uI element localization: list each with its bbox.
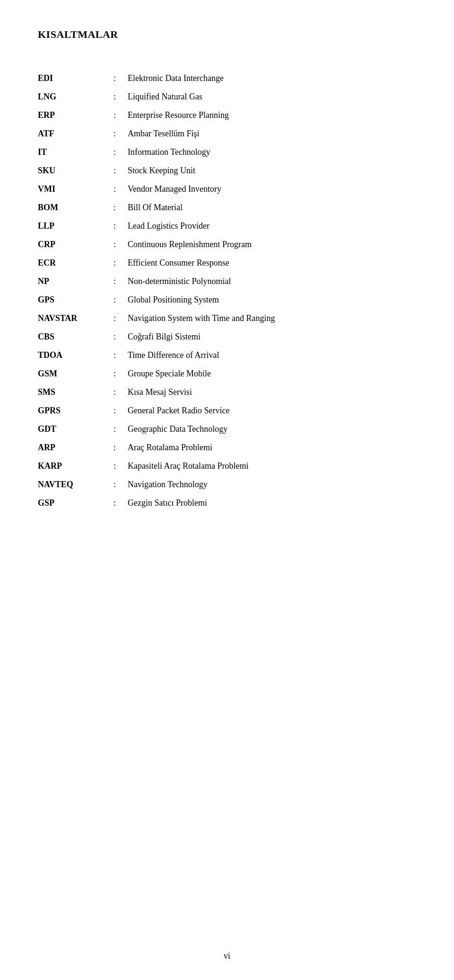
abbreviation-term: ERP [38,106,114,125]
abbreviation-term: ATF [38,125,114,143]
abbreviation-row: NP:Non-deterministic Polynomial [38,272,416,291]
abbreviation-row: BOM:Bill Of Material [38,198,416,217]
abbreviation-row: IT:Information Technology [38,143,416,161]
abbreviation-colon: : [114,309,128,328]
abbreviation-definition: Navigation Technology [128,475,416,494]
abbreviation-definition: Kapasiteli Araç Rotalama Problemi [128,457,416,475]
abbreviation-colon: : [114,254,128,272]
abbreviation-definition: Geographic Data Technology [128,420,416,438]
abbreviation-colon: : [114,198,128,217]
abbreviation-definition: Efficient Consumer Response [128,254,416,272]
abbreviation-definition: General Packet Radio Service [128,401,416,420]
abbreviation-definition: Kısa Mesaj Servisi [128,383,416,401]
abbreviation-term: KARP [38,457,114,475]
abbreviation-colon: : [114,383,128,401]
abbreviation-colon: : [114,291,128,309]
abbreviation-definition: Bill Of Material [128,198,416,217]
abbreviation-definition: Non-deterministic Polynomial [128,272,416,291]
abbreviation-row: CRP:Continuous Replenishment Program [38,235,416,254]
abbreviation-row: ECR:Efficient Consumer Response [38,254,416,272]
abbreviation-row: GSP:Gezgin Satıcı Problemi [38,494,416,512]
abbreviation-colon: : [114,217,128,235]
abbreviation-definition: Navigation System with Time and Ranging [128,309,416,328]
abbreviation-definition: Groupe Speciale Mobile [128,365,416,383]
abbreviation-colon: : [114,401,128,420]
abbreviation-term: GPS [38,291,114,309]
abbreviation-row: SMS:Kısa Mesaj Servisi [38,383,416,401]
abbreviation-colon: : [114,235,128,254]
abbreviation-definition: Global Positioning System [128,291,416,309]
abbreviation-term: GPRS [38,401,114,420]
abbreviation-term: ARP [38,438,114,457]
abbreviation-row: GSM:Groupe Speciale Mobile [38,365,416,383]
abbreviation-row: TDOA:Time Difference of Arrival [38,346,416,365]
abbreviation-colon: : [114,106,128,125]
abbreviation-term: EDI [38,69,114,88]
abbreviation-definition: Lead Logistics Provider [128,217,416,235]
abbreviation-term: CBS [38,328,114,346]
abbreviation-row: LNG:Liquified Natural Gas [38,88,416,106]
abbreviation-colon: : [114,328,128,346]
abbreviation-row: SKU:Stock Keeping Unit [38,161,416,180]
abbreviation-term: CRP [38,235,114,254]
abbreviation-colon: : [114,88,128,106]
abbreviation-colon: : [114,365,128,383]
abbreviation-colon: : [114,346,128,365]
abbreviation-colon: : [114,143,128,161]
abbreviation-row: NAVTEQ:Navigation Technology [38,475,416,494]
abbreviation-colon: : [114,420,128,438]
abbreviation-term: SKU [38,161,114,180]
abbreviation-term: NAVSTAR [38,309,114,328]
abbreviation-definition: Continuous Replenishment Program [128,235,416,254]
abbreviation-term: ECR [38,254,114,272]
abbreviation-definition: Gezgin Satıcı Problemi [128,494,416,512]
abbreviation-term: IT [38,143,114,161]
abbreviation-colon: : [114,494,128,512]
page-container: KISALTMALAR EDI:Elektronic Data Intercha… [0,0,454,980]
abbreviation-definition: Coğrafi Bilgi Sistemi [128,328,416,346]
abbreviation-term: NAVTEQ [38,475,114,494]
page-footer: vi [0,951,454,961]
abbreviation-term: TDOA [38,346,114,365]
abbreviation-colon: : [114,475,128,494]
abbreviation-colon: : [114,457,128,475]
abbreviation-definition: Information Technology [128,143,416,161]
abbreviation-colon: : [114,180,128,198]
abbreviation-definition: Ambar Tesellüm Fişi [128,125,416,143]
abbreviation-definition: Elektronic Data Interchange [128,69,416,88]
abbreviation-definition: Stock Keeping Unit [128,161,416,180]
abbreviation-row: VMI:Vendor Managed Inventory [38,180,416,198]
abbreviation-term: GSM [38,365,114,383]
abbreviation-row: EDI:Elektronic Data Interchange [38,69,416,88]
abbreviation-row: GPRS:General Packet Radio Service [38,401,416,420]
abbreviation-definition: Liquified Natural Gas [128,88,416,106]
abbreviation-colon: : [114,272,128,291]
abbreviation-row: KARP:Kapasiteli Araç Rotalama Problemi [38,457,416,475]
abbreviation-row: GDT:Geographic Data Technology [38,420,416,438]
abbreviation-term: LNG [38,88,114,106]
abbreviation-definition: Time Difference of Arrival [128,346,416,365]
abbreviation-term: GDT [38,420,114,438]
abbreviation-row: LLP:Lead Logistics Provider [38,217,416,235]
abbreviation-colon: : [114,125,128,143]
abbreviation-term: SMS [38,383,114,401]
abbreviation-colon: : [114,161,128,180]
abbreviation-term: GSP [38,494,114,512]
page-title: KISALTMALAR [38,28,416,41]
abbreviation-definition: Vendor Managed Inventory [128,180,416,198]
abbreviation-row: GPS:Global Positioning System [38,291,416,309]
abbreviation-row: ARP:Araç Rotalama Problemi [38,438,416,457]
abbreviation-row: ERP:Enterprise Resource Planning [38,106,416,125]
abbreviation-colon: : [114,438,128,457]
abbreviation-colon: : [114,69,128,88]
abbreviation-term: NP [38,272,114,291]
abbreviation-row: CBS:Coğrafi Bilgi Sistemi [38,328,416,346]
abbreviation-definition: Enterprise Resource Planning [128,106,416,125]
abbreviation-term: BOM [38,198,114,217]
abbreviation-row: NAVSTAR:Navigation System with Time and … [38,309,416,328]
abbreviations-table: EDI:Elektronic Data InterchangeLNG:Liqui… [38,69,416,512]
abbreviation-term: LLP [38,217,114,235]
abbreviation-row: ATF:Ambar Tesellüm Fişi [38,125,416,143]
abbreviation-definition: Araç Rotalama Problemi [128,438,416,457]
abbreviation-term: VMI [38,180,114,198]
